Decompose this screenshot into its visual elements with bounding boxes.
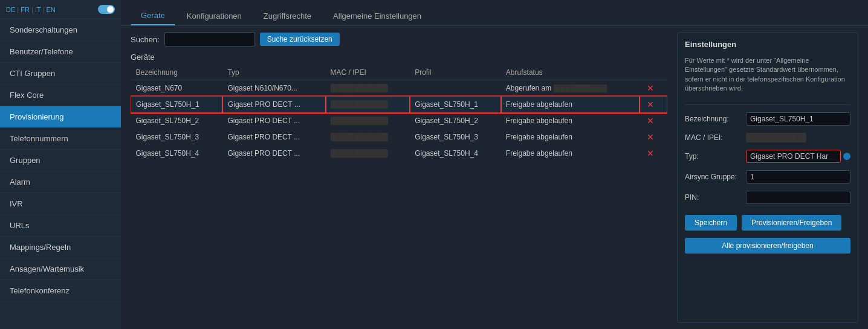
language-selector[interactable]: DE | FR | IT | EN xyxy=(6,6,56,13)
sidebar-item-cti-gruppen[interactable]: CTI Gruppen xyxy=(0,63,121,85)
cell-profil: Gigaset_SL750H_4 xyxy=(410,145,501,162)
devices-table-container: Bezeichnung Typ MAC / IPEI Profil Abrufs… xyxy=(131,65,667,323)
tab-zugriffsrechte[interactable]: Zugriffsrechte xyxy=(253,7,322,25)
col-profil: Profil xyxy=(410,65,501,80)
table-row[interactable]: Gigaset_SL750H_2 Gigaset PRO DECT ... ██… xyxy=(131,113,667,129)
sidebar-item-sonderschaltungen[interactable]: Sonderschaltungen xyxy=(0,19,121,41)
table-row[interactable]: Gigaset_SL750H_3 Gigaset PRO DECT ... ██… xyxy=(131,129,667,145)
table-row[interactable]: Gigaset_SL750H_1 Gigaset PRO DECT ... ██… xyxy=(131,97,667,113)
typ-select[interactable]: Gigaset PRO DECT Har xyxy=(746,150,841,163)
tab-allgemeine-einstellungen[interactable]: Allgemeine Einstellungen xyxy=(323,7,432,25)
sidebar-item-flex-core[interactable]: Flex Core xyxy=(0,85,121,106)
cell-mac: ██████████ xyxy=(326,80,410,97)
sidebar-item-benutzer-telefone[interactable]: Benutzer/Telefone xyxy=(0,41,121,63)
cell-typ: Gigaset PRO DECT ... xyxy=(222,97,325,113)
cell-abrufstatus: Freigabe abgelaufen xyxy=(501,129,640,145)
pin-label: PIN: xyxy=(685,193,742,202)
cell-typ: Gigaset PRO DECT ... xyxy=(222,129,325,145)
sidebar-item-alarm[interactable]: Alarm xyxy=(0,171,121,193)
table-row[interactable]: Gigaset_SL750H_4 Gigaset PRO DECT ... ██… xyxy=(131,145,667,162)
cell-bezeichnung: Gigaset_SL750H_1 xyxy=(131,97,223,113)
tab-konfigurationen[interactable]: Konfigurationen xyxy=(177,7,252,25)
lang-fr[interactable]: FR xyxy=(21,6,30,13)
cell-abrufstatus: Freigabe abgelaufen xyxy=(501,145,640,162)
delete-row-button[interactable]: ✕ xyxy=(644,116,656,126)
lang-de[interactable]: DE xyxy=(6,6,15,13)
cell-abrufstatus: Freigabe abgelaufen xyxy=(501,97,640,113)
col-mac: MAC / IPEI xyxy=(326,65,410,80)
search-bar: Suchen: Suche zurücksetzen xyxy=(131,32,667,46)
sidebar-nav: Sonderschaltungen Benutzer/Telefone CTI … xyxy=(0,19,121,329)
settings-title: Einstellungen xyxy=(685,40,850,49)
sidebar: DE | FR | IT | EN Sonderschaltungen Benu… xyxy=(0,0,121,329)
sidebar-item-ansagen-wartemusik[interactable]: Ansagen/Wartemusik xyxy=(0,258,121,280)
mac-label: MAC / IPEI: xyxy=(685,133,742,142)
cell-mac: ██████████ xyxy=(326,97,410,113)
divider xyxy=(685,104,850,105)
provision-all-button[interactable]: Alle provisionieren/freigeben xyxy=(685,238,850,254)
sidebar-item-ivr[interactable]: IVR xyxy=(0,193,121,215)
cell-typ: Gigaset PRO DECT ... xyxy=(222,145,325,162)
select-error-indicator xyxy=(843,153,850,160)
settings-panel: Einstellungen Für Werte mit * wird der u… xyxy=(677,32,858,323)
bezeichnung-field-row: Bezeichnung: xyxy=(685,112,850,126)
reset-search-button[interactable]: Suche zurücksetzen xyxy=(260,33,340,46)
col-abrufstatus: Abrufstatus xyxy=(501,65,640,80)
delete-row-button[interactable]: ✕ xyxy=(644,149,656,158)
lang-en[interactable]: EN xyxy=(46,6,55,13)
airsync-field-row: Airsync Gruppe: xyxy=(685,170,850,184)
typ-label: Typ: xyxy=(685,152,742,161)
cell-bezeichnung: Gigaset_N670 xyxy=(131,80,223,97)
sidebar-top: DE | FR | IT | EN xyxy=(0,0,121,19)
delete-row-button[interactable]: ✕ xyxy=(644,83,656,93)
bezeichnung-input[interactable] xyxy=(746,112,850,126)
cell-abrufstatus: Freigabe abgelaufen xyxy=(501,113,640,129)
typ-field-row: Typ: Gigaset PRO DECT Har xyxy=(685,150,850,163)
cell-abrufstatus: Abgerufen am ██████████ xyxy=(501,80,640,97)
left-panel: Suchen: Suche zurücksetzen Geräte Bezeic… xyxy=(131,32,667,323)
action-buttons: Speichern Provisionieren/Freigeben xyxy=(685,215,850,231)
pin-input[interactable] xyxy=(746,191,850,204)
sidebar-item-telefonkonferenz[interactable]: Telefonkonferenz xyxy=(0,280,121,302)
tab-bar: Geräte Konfigurationen Zugriffsrechte Al… xyxy=(121,0,868,26)
tab-geraete[interactable]: Geräte xyxy=(131,6,175,25)
bezeichnung-label: Bezeichnung: xyxy=(685,115,742,123)
sidebar-item-urls[interactable]: URLs xyxy=(0,215,121,237)
cell-profil: Gigaset_SL750H_1 xyxy=(410,97,501,113)
mac-value: ██████████ xyxy=(746,133,806,142)
content-area: Suchen: Suche zurücksetzen Geräte Bezeic… xyxy=(121,26,868,329)
delete-row-button[interactable]: ✕ xyxy=(644,132,656,142)
cell-typ: Gigaset N610/N670... xyxy=(222,80,325,97)
sidebar-item-telefonnummern[interactable]: Telefonnummern xyxy=(0,128,121,150)
cell-profil: Gigaset_SL750H_2 xyxy=(410,113,501,129)
col-typ: Typ xyxy=(222,65,325,80)
cell-bezeichnung: Gigaset_SL750H_4 xyxy=(131,145,223,162)
cell-profil xyxy=(410,80,501,97)
cell-profil: Gigaset_SL750H_3 xyxy=(410,129,501,145)
sidebar-item-gruppen[interactable]: Gruppen xyxy=(0,150,121,171)
lang-it[interactable]: IT xyxy=(35,6,41,13)
cell-mac: ██████████ xyxy=(326,129,410,145)
col-actions xyxy=(640,65,667,80)
airsync-label: Airsync Gruppe: xyxy=(685,173,742,181)
search-input[interactable] xyxy=(164,32,255,46)
cell-mac: ██████████ xyxy=(326,113,410,129)
table-header: Bezeichnung Typ MAC / IPEI Profil Abrufs… xyxy=(131,65,667,80)
dark-mode-toggle[interactable] xyxy=(98,5,115,14)
devices-table: Bezeichnung Typ MAC / IPEI Profil Abrufs… xyxy=(131,65,667,162)
pin-field-row: PIN: xyxy=(685,191,850,204)
col-bezeichnung: Bezeichnung xyxy=(131,65,223,80)
table-row[interactable]: Gigaset_N670 Gigaset N610/N670... ██████… xyxy=(131,80,667,97)
cell-mac: ██████████ xyxy=(326,145,410,162)
mac-field-row: MAC / IPEI: ██████████ xyxy=(685,133,850,142)
cell-bezeichnung: Gigaset_SL750H_2 xyxy=(131,113,223,129)
sidebar-item-provisionierung[interactable]: Provisionierung xyxy=(0,106,121,128)
delete-row-button[interactable]: ✕ xyxy=(644,100,656,109)
sidebar-item-mappings-regeln[interactable]: Mappings/Regeln xyxy=(0,237,121,258)
table-body: Gigaset_N670 Gigaset N610/N670... ██████… xyxy=(131,80,667,162)
table-section-title: Geräte xyxy=(131,53,667,62)
airsync-input[interactable] xyxy=(746,170,850,184)
provision-button[interactable]: Provisionieren/Freigeben xyxy=(742,215,841,231)
save-button[interactable]: Speichern xyxy=(685,215,737,231)
search-label: Suchen: xyxy=(131,35,160,44)
